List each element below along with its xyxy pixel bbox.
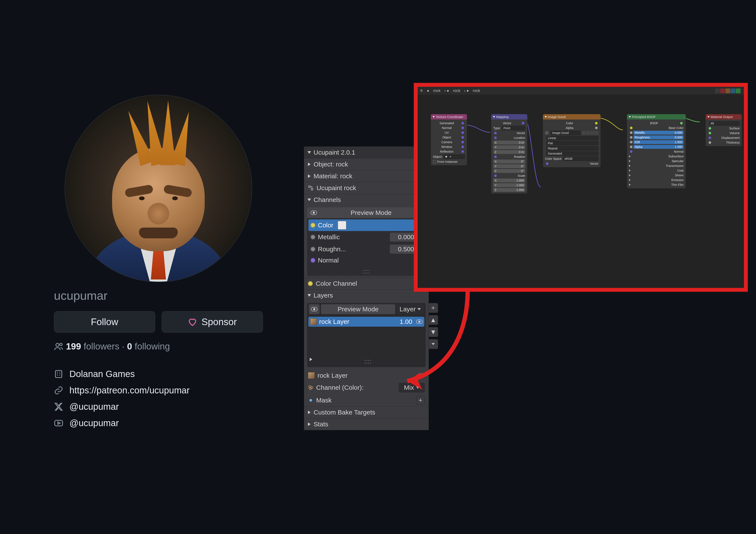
svg-rect-4 [309, 186, 310, 188]
colorspace-dropdown[interactable]: sRGB [563, 157, 599, 161]
layer-thumb-icon [308, 372, 315, 379]
channel-normal[interactable]: Normal [309, 255, 424, 266]
normal-dot-icon [310, 258, 315, 263]
add-mask-button[interactable]: + [416, 396, 425, 405]
breadcrumb[interactable]: rock [433, 89, 441, 93]
channel-icon [308, 385, 313, 390]
channel-metallic[interactable]: Metallic 0.000 [309, 231, 424, 243]
image-icon [545, 131, 549, 135]
color-swatch[interactable] [338, 221, 346, 230]
x-row[interactable]: @ucupumar [54, 402, 263, 412]
eye-icon [311, 307, 317, 311]
add-layer-button[interactable]: + [428, 303, 438, 313]
follow-stats[interactable]: 199 followers · 0 following [54, 341, 263, 352]
layer-menu-button[interactable] [428, 339, 438, 349]
close-icon[interactable]: ✕ [420, 88, 423, 93]
sponsor-button[interactable]: Sponsor [162, 311, 263, 333]
chevron-right-icon [308, 411, 310, 414]
eye-icon [310, 211, 317, 215]
follow-button[interactable]: Follow [54, 311, 155, 333]
svg-point-11 [310, 399, 312, 402]
value-dot-icon [310, 247, 315, 251]
following-count: 0 [127, 341, 132, 352]
link-icon [54, 386, 63, 395]
bake-row[interactable]: Custom Bake Targets [304, 406, 429, 418]
svg-point-0 [56, 343, 59, 346]
following-label: following [135, 341, 170, 352]
follow-label: Follow [91, 317, 118, 327]
unlink-image-icon[interactable] [595, 131, 599, 135]
open-image-icon[interactable] [586, 131, 590, 135]
breadcrumb[interactable]: rock [453, 89, 460, 93]
eye-icon[interactable] [416, 319, 422, 324]
layers-header[interactable]: Layers [304, 290, 429, 301]
interpolation-dropdown[interactable]: Linear [546, 136, 599, 140]
object-row[interactable]: Object: rock [304, 158, 429, 170]
node-editor-screenshot: ✕ ●rock › ●rock › ●rock Texture Coordina… [414, 83, 748, 292]
chevron-right-icon [308, 422, 310, 426]
website-row[interactable]: https://patreon.com/ucupumar [54, 385, 263, 395]
move-down-button[interactable]: ▼ [428, 327, 438, 337]
username: ucupumar [54, 289, 263, 302]
gear-icon[interactable] [419, 372, 425, 378]
value-dot-icon [310, 235, 315, 240]
chevron-down-icon [418, 308, 421, 310]
layer-item[interactable]: rock Layer 1.00 [309, 317, 424, 327]
x-icon [54, 402, 63, 412]
mask-row: Mask + [304, 394, 429, 406]
node-mapping[interactable]: Mapping Vector Type:Point Vector Locatio… [491, 114, 527, 194]
youtube-icon [54, 419, 63, 428]
channels-preview-header[interactable]: Preview Mode [307, 207, 426, 218]
color-channel-row[interactable]: Color Channel [304, 278, 429, 290]
chevron-down-icon [308, 198, 311, 201]
layer-eye-toggle[interactable] [309, 304, 320, 314]
youtube-row[interactable]: @ucupumar [54, 418, 263, 428]
channel-color[interactable]: Color [309, 219, 424, 231]
mix-mode-dropdown[interactable]: Mix [399, 383, 425, 393]
profile-card: ucupumar Follow Sponsor 199 followers · … [54, 95, 263, 434]
breadcrumb[interactable]: rock [473, 89, 480, 93]
node-material-output[interactable]: Material Output All Surface Volume Displ… [705, 114, 742, 146]
channels-header[interactable]: Channels [304, 194, 429, 206]
chevron-right-icon [308, 174, 310, 178]
panel-title-row[interactable]: Ucupaint 2.0.1 [304, 147, 429, 158]
layer-preview-mode[interactable]: Preview Mode [321, 304, 395, 314]
node-texture-coordinate[interactable]: Texture Coordinate Generated Normal UV O… [431, 114, 467, 165]
source-dropdown[interactable]: Generated [546, 151, 599, 156]
render-mode-switch[interactable] [715, 89, 741, 93]
node-image-texture[interactable]: Image Good Color Alpha Image Good Linear… [543, 114, 601, 167]
stats-row[interactable]: Stats [304, 418, 429, 430]
root-row[interactable]: Ucupaint rock [304, 182, 429, 194]
svg-point-1 [60, 343, 62, 345]
extension-dropdown[interactable]: Repeat [546, 146, 599, 150]
followers-count: 199 [66, 341, 81, 352]
output-target-dropdown[interactable]: All [709, 121, 740, 126]
image-name-field[interactable]: Image Good [551, 131, 581, 135]
node-principled-bsdf[interactable]: Principled BSDF BSDF Base Color Metallic… [627, 114, 686, 189]
ucupaint-panel: Ucupaint 2.0.1 Object: rock Material: ro… [304, 146, 429, 430]
active-layer-row: rock Layer [304, 370, 429, 381]
chevron-right-icon[interactable] [310, 358, 312, 361]
new-image-icon[interactable] [590, 131, 594, 135]
color-dot-icon [310, 223, 315, 228]
mapping-type-dropdown[interactable]: Point [502, 126, 525, 130]
avatar[interactable] [65, 95, 252, 282]
color-dot-icon [308, 281, 313, 286]
svg-rect-2 [55, 370, 62, 378]
mask-icon [308, 397, 313, 403]
svg-rect-5 [311, 189, 313, 190]
chevron-down-icon [431, 343, 435, 345]
layer-mode-dropdown[interactable]: Layer [396, 304, 424, 314]
object-picker[interactable]: ■ ⌖ [444, 154, 465, 159]
panel-title: Ucupaint 2.0.1 [313, 149, 355, 156]
move-up-button[interactable]: ▲ [428, 315, 438, 325]
user-count-icon[interactable] [582, 131, 585, 135]
layer-thumb-icon [310, 318, 317, 325]
layers-box: Preview Mode Layer rock Layer 1.00 :::: … [307, 303, 426, 367]
channel-roughness[interactable]: Roughn... 0.500 [309, 243, 424, 255]
projection-dropdown[interactable]: Flat [546, 141, 599, 145]
node-tree-icon [308, 185, 313, 191]
material-row[interactable]: Material: rock [304, 170, 429, 182]
chevron-right-icon [308, 163, 310, 166]
sponsor-label: Sponsor [202, 317, 237, 327]
